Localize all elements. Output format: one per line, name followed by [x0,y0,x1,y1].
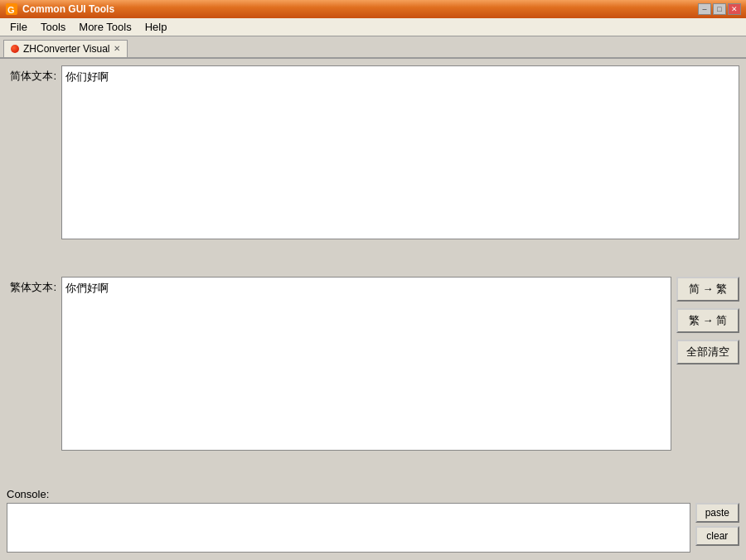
menu-file[interactable]: File [3,19,34,35]
menu-bar: File Tools More Tools Help [0,18,746,36]
traditional-label: 繁体文本: [7,277,56,295]
menu-tools[interactable]: Tools [34,19,72,35]
traditional-row: 繁体文本: 简 → 繁 繁 → 简 全部清空 [7,277,739,483]
simplified-label: 简体文本: [7,65,56,84]
tab-label: ZHConverter Visual [23,43,109,55]
simplified-textarea[interactable] [61,65,739,239]
clear-button[interactable]: clear [695,526,739,546]
paste-button[interactable]: paste [695,503,739,523]
simplified-section: 简体文本: [7,65,739,272]
traditional-textarea-wrapper [61,277,671,453]
app-title: Common GUI Tools [22,3,114,15]
console-label: Console: [7,488,739,500]
close-button[interactable]: ✕ [728,3,741,15]
console-section: Console: paste clear [7,488,739,553]
menu-more-tools[interactable]: More Tools [72,19,138,35]
tab-bar: ZHConverter Visual ✕ [0,36,746,59]
maximize-button[interactable]: □ [713,3,726,15]
simp-to-trad-button[interactable]: 简 → 繁 [676,277,739,302]
app-icon: G [5,2,18,16]
console-buttons: paste clear [695,503,739,546]
console-textarea[interactable] [7,503,690,553]
traditional-textarea[interactable] [61,277,671,451]
tab-dot-icon [11,45,19,53]
side-buttons: 简 → 繁 繁 → 简 全部清空 [676,277,739,364]
trad-to-simp-button[interactable]: 繁 → 简 [676,308,739,333]
tab-zhconverter[interactable]: ZHConverter Visual ✕ [3,40,128,57]
simplified-textarea-wrapper [61,65,739,242]
svg-text:G: G [7,5,15,15]
clear-all-button[interactable]: 全部清空 [676,340,739,364]
console-row: paste clear [7,503,739,553]
title-bar-left: G Common GUI Tools [5,2,114,16]
title-bar: G Common GUI Tools – □ ✕ [0,0,746,18]
main-content: 简体文本: 繁体文本: 简 → 繁 繁 → 简 全部清空 Console: pa… [0,59,746,559]
title-bar-controls: – □ ✕ [698,3,741,15]
menu-help[interactable]: Help [138,19,174,35]
minimize-button[interactable]: – [698,3,711,15]
tab-close-icon[interactable]: ✕ [114,45,120,53]
